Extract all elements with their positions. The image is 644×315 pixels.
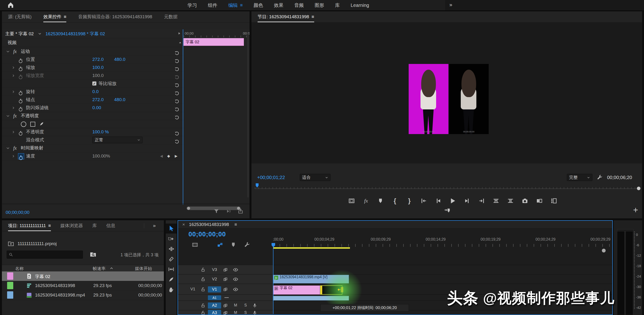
sync-lock-icon[interactable] xyxy=(223,277,228,282)
workspace-item-组件[interactable]: 组件 xyxy=(208,2,217,8)
play-button[interactable] xyxy=(449,197,456,204)
export-icon[interactable] xyxy=(238,208,244,214)
label-color-chip[interactable] xyxy=(7,282,13,289)
eye-icon[interactable] xyxy=(233,287,238,292)
eye-icon[interactable] xyxy=(233,277,238,282)
workspace-menu-icon[interactable]: ≡ xyxy=(240,2,243,8)
sync-lock-icon[interactable] xyxy=(223,303,228,308)
program-seek-zoom-knob[interactable] xyxy=(637,187,640,190)
panel-menu-icon[interactable]: ≡ xyxy=(234,222,237,227)
export-frame-button[interactable] xyxy=(521,197,528,204)
property-value[interactable]: 100.0 xyxy=(92,64,104,72)
nest-sequence-button[interactable] xyxy=(192,242,198,248)
panel-menu-icon[interactable]: ≡ xyxy=(312,14,314,20)
panel-menu-icon[interactable]: ≡ xyxy=(48,223,51,228)
track-name-toggle[interactable]: V1 xyxy=(208,286,221,292)
playback-resolution-select[interactable]: 完整 xyxy=(567,174,592,181)
reset-parameter-button[interactable] xyxy=(174,105,180,110)
tab-项目: 111111111111[interactable]: 项目: 111111111111≡ xyxy=(8,220,51,231)
track-lane[interactable] xyxy=(273,265,612,274)
safe-margins-button[interactable] xyxy=(348,197,355,204)
chev-r-icon[interactable] xyxy=(12,106,15,110)
button-editor-button[interactable] xyxy=(550,197,557,204)
pen-tool[interactable] xyxy=(166,274,177,284)
workspace-item-图形[interactable]: 图形 xyxy=(315,2,324,8)
label-color-chip[interactable] xyxy=(7,272,13,280)
reset-parameter-button[interactable] xyxy=(174,113,180,119)
workspace-item-库[interactable]: 库 xyxy=(335,2,340,8)
close-icon[interactable]: × xyxy=(182,222,185,227)
mark-out-icon[interactable]: } xyxy=(406,197,413,204)
tab-音频剪辑混合器: 1625309414831998[interactable]: 音频剪辑混合器: 1625309414831998 xyxy=(78,11,152,22)
column-name[interactable]: 名称 xyxy=(15,266,24,272)
timeline-scrollbar-knob[interactable] xyxy=(602,249,606,252)
selection-tool[interactable] xyxy=(166,224,177,234)
blend-mode-select[interactable]: 正常 xyxy=(92,137,142,143)
timeline-playhead-line[interactable] xyxy=(273,244,274,314)
effect-controls-playhead[interactable] xyxy=(183,29,183,205)
program-seek-bar[interactable] xyxy=(255,188,639,189)
tab-元数据[interactable]: 元数据 xyxy=(164,11,178,22)
search-input[interactable] xyxy=(7,250,83,259)
lock-open-icon[interactable] xyxy=(201,268,206,272)
property-value[interactable]: 100.0 % xyxy=(92,128,109,136)
search-bin-icon[interactable] xyxy=(90,251,96,258)
home-button[interactable] xyxy=(7,2,15,9)
project-item-row[interactable]: 1625309414831998.mp4 29.23 fps 00;00;00;… xyxy=(2,290,164,300)
property-value[interactable]: 480.0 xyxy=(114,56,126,64)
extract-button[interactable] xyxy=(507,197,514,204)
project-item-row[interactable]: 字幕 02 xyxy=(2,272,164,281)
tab-源: (无剪辑)[interactable]: 源: (无剪辑) xyxy=(8,11,32,22)
add-marker-button[interactable] xyxy=(230,242,236,248)
timeline-timecode[interactable]: 00;00;00;00 xyxy=(188,231,226,238)
add-keyframe-icon[interactable]: ◆ xyxy=(167,152,170,160)
next-keyframe-icon[interactable]: ▶ xyxy=(175,152,178,160)
track-name-toggle[interactable]: A3 xyxy=(208,310,221,315)
lift-button[interactable] xyxy=(492,197,500,204)
chev-d-icon[interactable] xyxy=(6,50,10,53)
property-value[interactable]: 272.0 xyxy=(92,96,104,104)
column-media-start[interactable]: 媒体开始 xyxy=(135,266,152,272)
lock-open-icon[interactable] xyxy=(201,303,206,308)
track-name-toggle[interactable]: V3 xyxy=(208,267,221,273)
reset-parameter-button[interactable] xyxy=(174,81,180,86)
step-forward-button[interactable] xyxy=(464,197,471,204)
mic-icon[interactable] xyxy=(252,303,257,308)
track-select-forward-tool[interactable] xyxy=(166,234,177,244)
play-around-icon[interactable] xyxy=(226,208,232,214)
workspace-overflow-chevron[interactable]: » xyxy=(450,2,452,8)
workspace-item-颜色[interactable]: 颜色 xyxy=(254,2,263,8)
reset-parameter-button[interactable] xyxy=(174,48,180,54)
uniform-scale-checkbox[interactable]: ✓ xyxy=(92,82,96,86)
reset-parameter-button[interactable] xyxy=(174,89,180,94)
property-value[interactable]: 100.0 xyxy=(92,72,104,80)
ripple-edit-tool[interactable] xyxy=(166,244,177,254)
workspace-item-Learning[interactable]: Learning xyxy=(351,2,369,8)
workspace-item-音频[interactable]: 音频 xyxy=(294,2,304,8)
timeline-ruler-ticks[interactable] xyxy=(273,244,612,247)
project-item-row[interactable]: 1625309414831998 29.23 fps 00;00;00;00 xyxy=(2,281,164,290)
property-value[interactable]: 272.0 xyxy=(92,56,104,64)
go-to-out-button[interactable] xyxy=(478,197,485,204)
rect-mask-icon[interactable] xyxy=(30,122,35,127)
timeline-settings-button[interactable] xyxy=(244,242,250,248)
chev-r-icon[interactable] xyxy=(12,74,15,77)
sync-lock-icon[interactable] xyxy=(223,268,228,272)
toggle-animation-stopwatch[interactable] xyxy=(18,105,24,110)
reset-parameter-button[interactable] xyxy=(174,97,180,102)
chev-d-icon[interactable] xyxy=(6,146,10,150)
pen-icon[interactable] xyxy=(39,122,44,126)
hand-tool[interactable] xyxy=(166,285,177,295)
sequence-tab-label[interactable]: 1625309414831998 xyxy=(189,222,229,227)
property-value[interactable]: 480.0 xyxy=(114,96,126,104)
reset-parameter-button[interactable] xyxy=(174,129,180,135)
type-tool[interactable] xyxy=(166,295,177,305)
folder-up-icon[interactable] xyxy=(8,241,14,247)
reset-parameter-button[interactable] xyxy=(174,73,180,78)
lock-open-icon[interactable] xyxy=(201,287,206,292)
tab-效果控件[interactable]: 效果控件≡ xyxy=(43,11,66,22)
mark-in-icon[interactable]: { xyxy=(391,197,398,204)
mute-button[interactable]: M xyxy=(233,303,238,308)
project-breadcrumb[interactable]: 111111111111.prproj xyxy=(2,239,164,249)
fx-badge-icon[interactable]: fx xyxy=(362,197,370,204)
